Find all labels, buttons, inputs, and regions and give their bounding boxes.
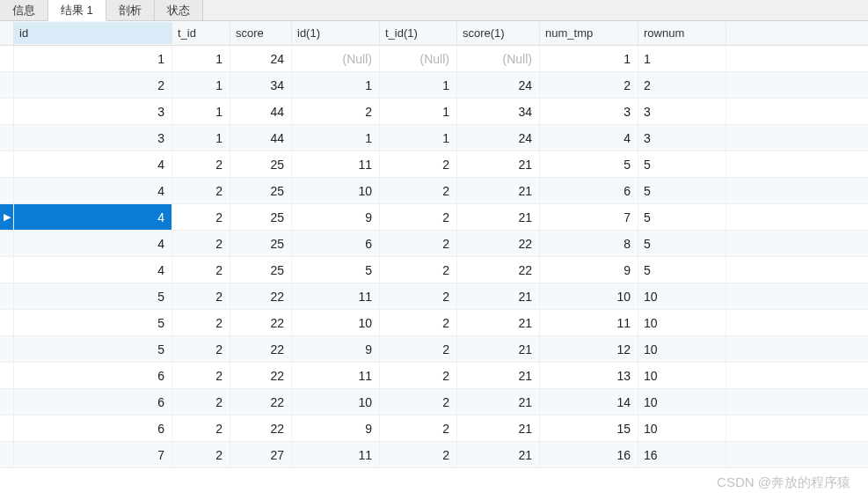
cell-t_id1[interactable]: 2 [380,310,457,335]
cell-t_id[interactable]: 2 [172,310,230,335]
row-handle[interactable] [0,336,14,362]
row-handle[interactable] [0,231,14,256]
cell-id[interactable]: 2 [14,72,172,98]
cell-score1[interactable]: 22 [457,231,540,256]
cell-t_id1[interactable]: 2 [380,231,457,256]
cell-id[interactable]: 5 [14,310,172,335]
cell-num_tmp[interactable]: 2 [540,72,638,98]
cell-num_tmp[interactable]: 16 [540,442,638,467]
cell-score1[interactable]: 21 [457,415,540,441]
row-handle[interactable] [0,363,14,388]
cell-score1[interactable]: 34 [457,99,540,124]
tab-info[interactable]: 信息 [0,0,48,20]
cell-num_tmp[interactable]: 9 [540,257,638,283]
cell-id1[interactable]: 11 [292,442,380,467]
table-row[interactable]: 2134112422 [0,72,868,99]
cell-t_id1[interactable]: 2 [380,204,457,230]
cell-num_tmp[interactable]: 14 [540,389,638,415]
cell-id[interactable]: 4 [14,231,172,256]
cell-score[interactable]: 22 [230,310,292,335]
cell-t_id[interactable]: 1 [172,72,230,98]
cell-id[interactable]: 5 [14,283,172,309]
cell-score[interactable]: 25 [230,204,292,230]
cell-t_id1[interactable]: 2 [380,442,457,467]
cell-id1[interactable]: 11 [292,283,380,309]
table-row[interactable]: 42251122155 [0,151,868,178]
table-row[interactable]: 3144213433 [0,99,868,125]
cell-score[interactable]: 22 [230,389,292,415]
cell-score1[interactable]: 24 [457,125,540,151]
cell-t_id1[interactable]: 1 [380,72,457,98]
cell-id[interactable]: 6 [14,363,172,388]
cell-t_id[interactable]: 2 [172,204,230,230]
cell-num_tmp[interactable]: 10 [540,283,638,309]
cell-id[interactable]: 1 [14,46,172,71]
cell-score1[interactable]: 21 [457,310,540,335]
cell-id[interactable]: 6 [14,389,172,415]
cell-score1[interactable]: 21 [457,178,540,203]
cell-score1[interactable]: 21 [457,389,540,415]
cell-score1[interactable]: 21 [457,151,540,177]
cell-id1[interactable]: 5 [292,257,380,283]
cell-score[interactable]: 22 [230,283,292,309]
row-handle[interactable] [0,257,14,283]
cell-t_id1[interactable]: 2 [380,151,457,177]
cell-rownum[interactable]: 5 [638,151,726,177]
row-handle[interactable]: ▶ [0,204,14,230]
cell-t_id1[interactable]: 1 [380,99,457,124]
cell-score[interactable]: 44 [230,99,292,124]
col-header-score1[interactable]: score(1) [457,22,540,44]
cell-rownum[interactable]: 10 [638,363,726,388]
cell-num_tmp[interactable]: 3 [540,99,638,124]
cell-score1[interactable]: (Null) [457,46,540,71]
tab-profile[interactable]: 剖析 [106,0,155,20]
cell-id1[interactable]: 10 [292,310,380,335]
table-row[interactable]: 6222102211410 [0,389,868,415]
cell-rownum[interactable]: 2 [638,72,726,98]
row-handle[interactable] [0,99,14,124]
cell-id[interactable]: 4 [14,151,172,177]
tab-result[interactable]: 结果 1 [48,0,106,21]
cell-score[interactable]: 22 [230,363,292,388]
cell-score[interactable]: 22 [230,415,292,441]
cell-id1[interactable]: 11 [292,363,380,388]
cell-id1[interactable]: 10 [292,178,380,203]
cell-t_id1[interactable]: 2 [380,363,457,388]
cell-score1[interactable]: 24 [457,72,540,98]
cell-num_tmp[interactable]: 12 [540,336,638,362]
cell-id1[interactable]: 6 [292,231,380,256]
cell-score[interactable]: 25 [230,257,292,283]
cell-id1[interactable]: 1 [292,72,380,98]
cell-rownum[interactable]: 3 [638,125,726,151]
row-handle[interactable] [0,46,14,71]
cell-score1[interactable]: 21 [457,363,540,388]
cell-t_id1[interactable]: 2 [380,178,457,203]
cell-num_tmp[interactable]: 13 [540,363,638,388]
row-handle[interactable] [0,125,14,151]
row-handle[interactable] [0,151,14,177]
table-row[interactable]: 1124(Null)(Null)(Null)11 [0,46,868,72]
cell-t_id[interactable]: 2 [172,442,230,467]
cell-t_id1[interactable]: (Null) [380,46,457,71]
cell-t_id[interactable]: 2 [172,257,230,283]
cell-t_id1[interactable]: 2 [380,415,457,441]
cell-score[interactable]: 27 [230,442,292,467]
cell-rownum[interactable]: 5 [638,231,726,256]
col-header-id1[interactable]: id(1) [292,22,380,44]
table-row[interactable]: 42251022165 [0,178,868,204]
cell-id1[interactable]: 11 [292,151,380,177]
cell-id[interactable]: 4 [14,178,172,203]
cell-num_tmp[interactable]: 7 [540,204,638,230]
cell-t_id1[interactable]: 2 [380,389,457,415]
cell-id[interactable]: 6 [14,415,172,441]
tab-status[interactable]: 状态 [155,0,203,20]
cell-id[interactable]: 3 [14,125,172,151]
cell-t_id[interactable]: 2 [172,178,230,203]
cell-t_id[interactable]: 1 [172,99,230,124]
cell-score[interactable]: 34 [230,72,292,98]
cell-rownum[interactable]: 5 [638,178,726,203]
cell-id[interactable]: 5 [14,336,172,362]
cell-score1[interactable]: 21 [457,336,540,362]
table-row[interactable]: 5222102211110 [0,310,868,336]
cell-rownum[interactable]: 10 [638,389,726,415]
